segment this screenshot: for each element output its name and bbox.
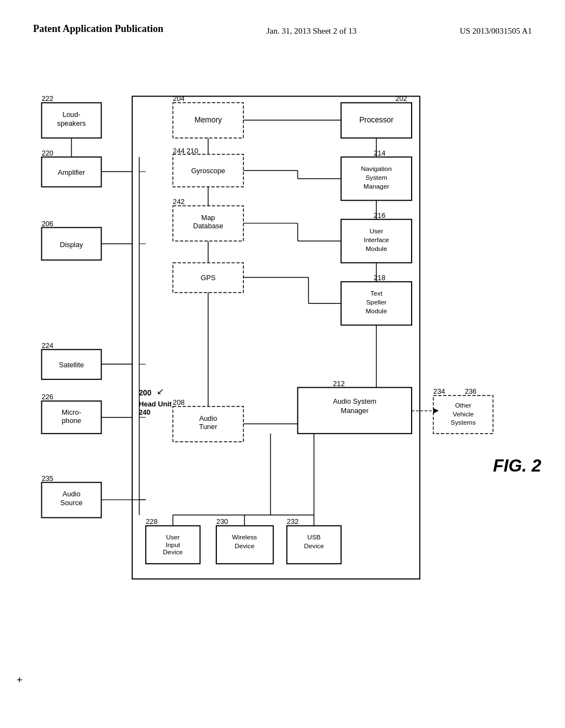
svg-text:208: 208 [173,398,184,406]
svg-text:Other: Other [455,402,472,409]
svg-text:212: 212 [333,379,344,388]
svg-text:Audio System: Audio System [333,397,376,405]
svg-text:FIG. 2: FIG. 2 [493,456,542,475]
svg-text:200: 200 [138,389,151,397]
page-header: Patent Application Publication Jan. 31, … [0,0,565,49]
svg-text:Micro-: Micro- [62,408,81,416]
svg-text:226: 226 [41,393,53,401]
svg-text:Systems: Systems [451,419,476,426]
svg-text:Amplifier: Amplifier [58,168,86,176]
svg-text:phone: phone [62,416,81,425]
svg-text:Display: Display [60,240,83,249]
svg-text:Vehicle: Vehicle [452,410,473,418]
svg-text:Audio: Audio [199,414,217,422]
svg-text:Gyroscope: Gyroscope [191,167,225,175]
svg-text:240: 240 [138,408,150,416]
svg-text:218: 218 [374,274,385,282]
svg-text:242: 242 [173,197,184,206]
svg-text:Wireless: Wireless [232,533,257,541]
svg-text:216: 216 [374,211,385,220]
svg-text:Map: Map [201,213,215,222]
svg-text:speakers: speakers [57,119,86,127]
svg-text:User: User [370,227,383,235]
svg-text:Device: Device [304,542,324,550]
svg-text:Source: Source [60,499,82,507]
svg-text:Memory: Memory [194,116,222,124]
svg-text:Input: Input [166,541,180,549]
svg-text:User: User [166,533,180,541]
svg-text:Manager: Manager [364,183,390,190]
svg-text:222: 222 [41,94,53,103]
publication-label: Patent Application Publication [33,22,163,36]
svg-text:Device: Device [163,548,183,556]
svg-text:Manager: Manager [341,406,369,415]
svg-text:Loud-: Loud- [62,110,81,119]
svg-text:+: + [17,675,22,686]
svg-text:244: 244 [173,147,184,155]
svg-text:235: 235 [41,474,53,483]
svg-text:230: 230 [216,517,228,526]
svg-text:System: System [365,174,387,181]
svg-text:220: 220 [41,149,53,157]
svg-text:Tuner: Tuner [199,422,218,431]
svg-text:214: 214 [374,149,385,157]
diagram-area: Loud- speakers 222 Amplifier 220 Display… [0,49,565,699]
svg-text:224: 224 [41,341,53,350]
svg-text:Navigation: Navigation [361,165,392,173]
svg-text:Interface: Interface [364,236,389,244]
svg-text:204: 204 [173,94,184,103]
svg-text:232: 232 [287,517,299,526]
svg-text:Satellite: Satellite [59,361,84,369]
svg-text:Head Unit: Head Unit [138,400,172,408]
svg-text:Module: Module [366,307,387,315]
svg-text:Database: Database [193,222,223,230]
sheet-info: Jan. 31, 2013 Sheet 2 of 13 [266,22,356,38]
svg-marker-116 [433,408,439,414]
svg-text:236: 236 [465,387,476,395]
svg-text:Processor: Processor [359,116,393,124]
svg-text:Device: Device [234,542,254,550]
patent-diagram: Loud- speakers 222 Amplifier 220 Display… [0,49,565,699]
svg-text:234: 234 [433,387,445,395]
svg-text:Audio: Audio [62,490,81,498]
svg-text:210: 210 [186,147,198,155]
svg-text:228: 228 [146,517,157,526]
patent-number: US 2013/0031505 A1 [460,22,532,38]
svg-text:Text: Text [370,290,382,297]
svg-text:USB: USB [307,533,321,541]
svg-text:206: 206 [41,220,53,228]
svg-text:Module: Module [366,245,387,253]
svg-text:GPS: GPS [201,274,216,282]
svg-text:Speller: Speller [366,298,387,306]
svg-text:202: 202 [396,94,407,103]
svg-text:↙: ↙ [157,387,164,396]
